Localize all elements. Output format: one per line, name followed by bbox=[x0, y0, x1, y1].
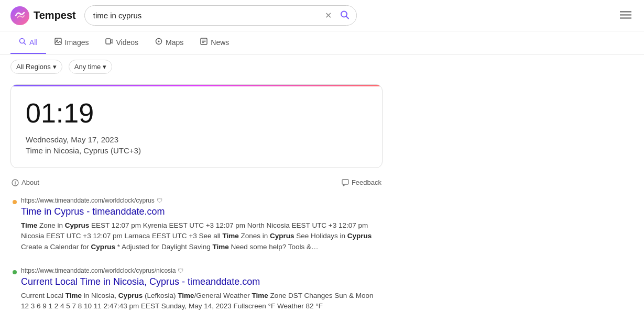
feedback-link[interactable]: Feedback bbox=[342, 179, 381, 186]
svg-rect-8 bbox=[55, 38, 61, 44]
hamburger-icon bbox=[620, 10, 631, 19]
region-filter-label: All Regions bbox=[16, 63, 51, 71]
news-icon bbox=[200, 38, 208, 47]
tab-images[interactable]: Images bbox=[46, 31, 97, 54]
tab-maps[interactable]: Maps bbox=[147, 31, 192, 54]
about-link[interactable]: About bbox=[12, 179, 39, 186]
tab-all-label: All bbox=[29, 38, 38, 47]
videos-icon bbox=[105, 38, 113, 47]
all-icon bbox=[19, 38, 26, 47]
shield-icon-1: 🛡 bbox=[157, 197, 162, 204]
menu-button[interactable] bbox=[618, 7, 634, 24]
result-title-2[interactable]: Current Local Time in Nicosia, Cyprus - … bbox=[21, 276, 383, 287]
filter-row: All Regions ▾ Any time ▾ bbox=[0, 54, 644, 79]
logo-icon bbox=[10, 6, 29, 25]
time-chevron-icon: ▾ bbox=[103, 63, 106, 71]
tab-videos-label: Videos bbox=[116, 38, 138, 47]
result-url-text-1: https://www.timeanddate.com/worldclock/c… bbox=[21, 197, 155, 204]
result-url-1: https://www.timeanddate.com/worldclock/c… bbox=[21, 197, 383, 204]
logo-text: Tempest bbox=[34, 9, 76, 21]
time-location: Time in Nicosia, Cyprus (UTC+3) bbox=[26, 146, 367, 155]
svg-point-19 bbox=[15, 181, 15, 181]
info-icon bbox=[12, 179, 19, 186]
about-label: About bbox=[21, 179, 39, 186]
main-content: 01:19 Wednesday, May 17, 2023 Time in Ni… bbox=[0, 79, 393, 312]
tab-images-label: Images bbox=[65, 38, 89, 47]
svg-rect-20 bbox=[342, 180, 348, 184]
search-bar: ✕ bbox=[84, 5, 357, 26]
time-card: 01:19 Wednesday, May 17, 2023 Time in Ni… bbox=[10, 84, 383, 168]
result-url-2: https://www.timeanddate.com/worldclock/c… bbox=[21, 267, 383, 274]
tab-news[interactable]: News bbox=[192, 31, 237, 54]
result-url-text-2: https://www.timeanddate.com/worldclock/c… bbox=[21, 267, 176, 274]
result-item: https://www.timeanddate.com/worldclock/c… bbox=[10, 267, 383, 312]
search-icon bbox=[340, 10, 350, 19]
header: Tempest ✕ bbox=[0, 0, 644, 31]
result-dot-2 bbox=[13, 270, 17, 274]
region-chevron-icon: ▾ bbox=[53, 63, 57, 71]
result-snippet-1: Time Zone in Cyprus EEST 12:07 pm Kyreni… bbox=[21, 220, 383, 252]
result-title-1[interactable]: Time in Cyprus - timeanddate.com bbox=[21, 206, 383, 217]
nav-tabs: All Images Videos Maps News bbox=[0, 31, 644, 54]
svg-line-7 bbox=[24, 43, 26, 45]
result-dot-1 bbox=[13, 200, 17, 204]
time-display: 01:19 bbox=[26, 97, 367, 129]
tab-all[interactable]: All bbox=[10, 31, 46, 54]
logo-link[interactable]: Tempest bbox=[10, 6, 76, 25]
result-snippet-2: Current Local Time in Nicosia, Cyprus (L… bbox=[21, 291, 383, 312]
feedback-icon bbox=[342, 179, 349, 186]
svg-point-12 bbox=[158, 41, 160, 42]
shield-icon-2: 🛡 bbox=[178, 268, 183, 274]
search-input[interactable] bbox=[84, 5, 357, 26]
search-clear-button[interactable]: ✕ bbox=[323, 9, 334, 22]
card-footer: About Feedback bbox=[10, 179, 383, 186]
tab-news-label: News bbox=[211, 38, 229, 47]
feedback-label: Feedback bbox=[352, 179, 381, 186]
images-icon bbox=[54, 38, 62, 47]
time-filter-label: Any time bbox=[74, 63, 101, 71]
tab-videos[interactable]: Videos bbox=[97, 31, 147, 54]
maps-icon bbox=[155, 38, 162, 47]
region-filter[interactable]: All Regions ▾ bbox=[10, 60, 62, 74]
search-submit-button[interactable] bbox=[338, 8, 352, 23]
result-item: https://www.timeanddate.com/worldclock/c… bbox=[10, 197, 383, 252]
svg-line-2 bbox=[346, 16, 348, 19]
tab-maps-label: Maps bbox=[166, 38, 183, 47]
svg-point-9 bbox=[56, 40, 58, 41]
time-date: Wednesday, May 17, 2023 bbox=[26, 135, 367, 144]
svg-rect-10 bbox=[106, 39, 111, 44]
time-filter[interactable]: Any time ▾ bbox=[69, 60, 113, 74]
